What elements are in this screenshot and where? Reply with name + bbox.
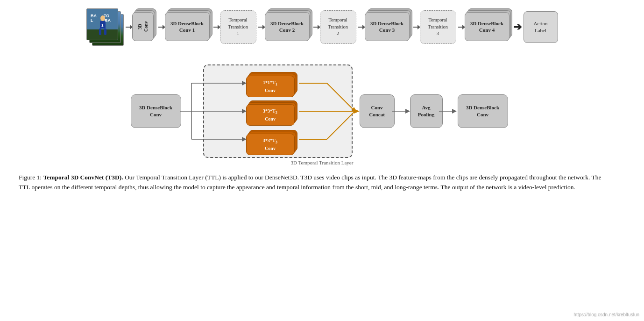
arrow-3 xyxy=(213,27,218,28)
figure-bold-title: Temporal 3D ConvNet (T3D). xyxy=(43,174,123,181)
detail-input-block: 3D DenseBlockConv xyxy=(131,94,181,128)
svg-marker-24 xyxy=(354,109,360,114)
arrow-2 xyxy=(158,27,163,28)
svg-rect-10 xyxy=(104,29,106,35)
arrow-6 xyxy=(358,27,363,28)
svg-rect-9 xyxy=(99,29,101,35)
svg-point-6 xyxy=(100,15,105,21)
arrow-5 xyxy=(313,27,318,28)
conv-t3-stack: 3*3*T3Conv xyxy=(246,130,297,157)
conv-t1-stack: 1*1*T1Conv xyxy=(246,72,297,99)
dense-block-4: 3D DenseBlockConv 4 xyxy=(465,8,511,46)
temporal-transition-2: TemporalTransition2 xyxy=(320,10,356,44)
svg-marker-30 xyxy=(452,109,457,114)
detail-output-block: 3D DenseBlockConv xyxy=(458,94,508,128)
svg-text:BA: BA xyxy=(91,14,97,18)
conv3d-block: 3DConv xyxy=(132,8,156,46)
detail-section: 3D DenseBlockConv 1*1*T1Conv 3 xyxy=(9,60,635,165)
arrow-4 xyxy=(258,27,263,28)
svg-text:L: L xyxy=(91,18,93,23)
svg-text:1: 1 xyxy=(101,23,104,28)
final-arrow: ➔ xyxy=(513,21,522,33)
action-label-block: ActionLabel xyxy=(524,11,558,43)
dense-block-3: 3D DenseBlockConv 3 xyxy=(365,8,411,46)
arrow-1 xyxy=(126,27,130,28)
svg-rect-1 xyxy=(87,29,118,40)
dense-block-2: 3D DenseBlockConv 2 xyxy=(265,8,311,46)
ttl-box: 1*1*T1Conv 3*3*T2Conv 3*3*T3Conv xyxy=(203,64,353,158)
temporal-transition-3: TemporalTransition3 xyxy=(420,10,456,44)
svg-text:BA: BA xyxy=(105,18,111,23)
arrow-7 xyxy=(413,27,418,28)
dense-block-1: 3D DenseBlockConv 1 xyxy=(165,8,212,46)
watermark: https://blog.csdn.net/krebltuslun xyxy=(573,312,639,317)
arrow-8 xyxy=(458,27,463,28)
detail-diagram: 3D DenseBlockConv 1*1*T1Conv 3 xyxy=(131,60,514,163)
figure-caption: Figure 1: Temporal 3D ConvNet (T3D). Our… xyxy=(9,173,616,193)
page-container: BA TO L BA 1 xyxy=(0,0,644,197)
conv-concat-block: ConvConcat xyxy=(360,94,395,128)
temporal-transition-1: TemporalTransition1 xyxy=(220,10,256,44)
svg-marker-28 xyxy=(405,109,410,114)
video-input: BA TO L BA 1 xyxy=(86,8,124,46)
architecture-row: BA TO L BA 1 xyxy=(9,8,635,46)
figure-number: Figure 1: xyxy=(19,174,42,181)
avg-pooling-block: AvgPooling xyxy=(410,94,443,128)
conv-t2-stack: 3*3*T2Conv xyxy=(246,100,297,128)
